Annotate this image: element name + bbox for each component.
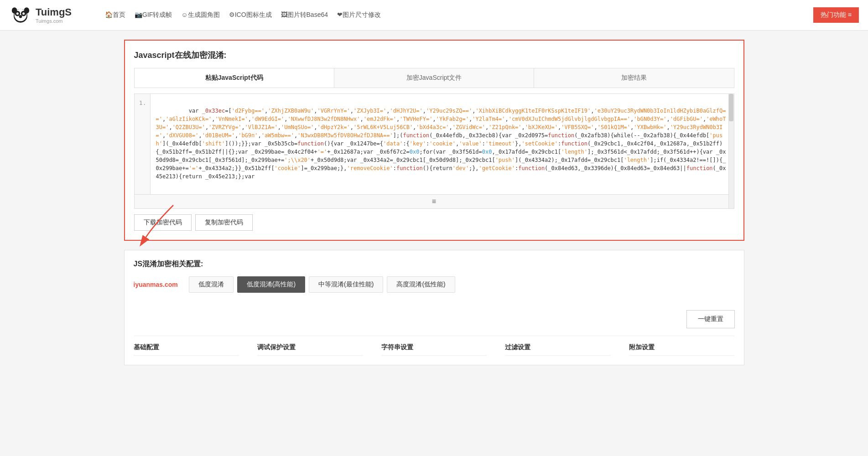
config-group-debug: 调试保护设置: [257, 343, 363, 356]
hot-button[interactable]: 热门功能 ≡: [813, 7, 859, 23]
obfuscation-levels-row: iyuanmas.com 低度混淆 低度混淆(高性能) 中等混淆(最佳性能) 高…: [134, 276, 735, 293]
logo-text: TuimgS Tuimgs.com: [36, 6, 72, 24]
line-numbers: 1.: [135, 94, 151, 194]
svg-point-7: [12, 7, 17, 13]
config-section: JS混淆加密相关配置: iyuanmas.com 低度混淆 低度混淆(高性能) …: [124, 250, 744, 365]
tabs: 粘贴JavaScript代码 加密JavaScript文件 加密结果: [134, 68, 734, 88]
scrollbar-thumb: [729, 94, 733, 121]
config-basic-title: 基础配置: [134, 343, 239, 356]
level-buttons: 低度混淆 低度混淆(高性能) 中等混淆(最佳性能) 高度混淆(低性能): [189, 276, 455, 293]
bottom-config: 基础配置 调试保护设置 字符串设置 过滤设置 附加设置: [134, 336, 735, 356]
code-editor-wrapper: 1. var _0x33ec=['d2Fybg==','ZXhjZXB0aW9u…: [134, 93, 734, 209]
tab-encrypt-file[interactable]: 加密JavaScript文件: [334, 68, 534, 88]
svg-point-6: [19, 15, 22, 18]
logo-icon: [9, 4, 32, 26]
svg-point-8: [24, 7, 30, 13]
nav-resize[interactable]: ❤图片尺寸修改: [337, 11, 381, 19]
level-low-high-perf[interactable]: 低度混淆(高性能): [237, 276, 305, 293]
line-number-1: 1.: [138, 98, 146, 108]
copy-button[interactable]: 复制加密代码: [195, 214, 253, 231]
nav: 🏠首页 📷GIF转成帧 ☺生成圆角图 ⚙ICO图标生成 🖼图片转Base64 ❤…: [105, 11, 800, 19]
reset-button[interactable]: 一键重置: [686, 310, 735, 328]
action-buttons: 下载加密代码 复制加密代码: [134, 214, 734, 231]
nav-gif[interactable]: 📷GIF转成帧: [135, 11, 172, 19]
code-content[interactable]: var _0x33ec=['d2Fybg==','ZXhjZXB0aW9u','…: [151, 94, 734, 194]
config-annotation-arrow: [97, 300, 102, 305]
logo-subtitle: Tuimgs.com: [36, 18, 72, 24]
code-toolbar: ≡: [135, 194, 734, 208]
nav-home[interactable]: 🏠首页: [105, 11, 125, 19]
svg-point-4: [16, 12, 19, 15]
logo-title: TuimgS: [36, 6, 72, 18]
tool-title: Javascript在线加密混淆:: [134, 50, 734, 61]
config-filter-title: 过滤设置: [505, 343, 611, 356]
config-title: JS混淆加密相关配置:: [134, 259, 735, 269]
config-debug-title: 调试保护设置: [257, 343, 363, 356]
header: TuimgS Tuimgs.com 🏠首页 📷GIF转成帧 ☺生成圆角图 ⚙IC…: [0, 0, 868, 31]
config-group-string: 字符串设置: [381, 343, 487, 356]
config-group-basic: 基础配置: [134, 343, 239, 356]
editor-scrollbar[interactable]: [728, 94, 734, 194]
tool-section: Javascript在线加密混淆: 粘贴JavaScript代码 加密JavaS…: [124, 40, 744, 241]
watermark-text: iyuanmas.com: [134, 281, 178, 288]
config-extra-title: 附加设置: [629, 343, 735, 356]
tab-paste-code[interactable]: 粘贴JavaScript代码: [135, 68, 334, 88]
level-high[interactable]: 高度混淆(低性能): [387, 276, 455, 293]
nav-round[interactable]: ☺生成圆角图: [181, 11, 219, 19]
svg-point-5: [22, 12, 25, 15]
main-container: Javascript在线加密混淆: 粘贴JavaScript代码 加密JavaS…: [115, 40, 754, 365]
nav-base64[interactable]: 🖼图片转Base64: [281, 11, 328, 19]
logo: TuimgS Tuimgs.com: [9, 4, 91, 26]
config-group-extra: 附加设置: [629, 343, 735, 356]
code-editor[interactable]: 1. var _0x33ec=['d2Fybg==','ZXhjZXB0aW9u…: [135, 94, 734, 194]
nav-ico[interactable]: ⚙ICO图标生成: [229, 11, 272, 19]
reset-btn-area: 一键重置: [134, 310, 735, 328]
config-string-title: 字符串设置: [381, 343, 487, 356]
config-group-filter: 过滤设置: [505, 343, 611, 356]
obfuscation-wrapper: iyuanmas.com 低度混淆 低度混淆(高性能) 中等混淆(最佳性能) 高…: [134, 276, 735, 293]
level-medium[interactable]: 中等混淆(最佳性能): [309, 276, 383, 293]
tab-encrypt-result[interactable]: 加密结果: [534, 68, 733, 88]
download-button[interactable]: 下载加密代码: [134, 214, 192, 231]
menu-icon[interactable]: ≡: [432, 197, 436, 206]
level-low[interactable]: 低度混淆: [189, 276, 234, 293]
